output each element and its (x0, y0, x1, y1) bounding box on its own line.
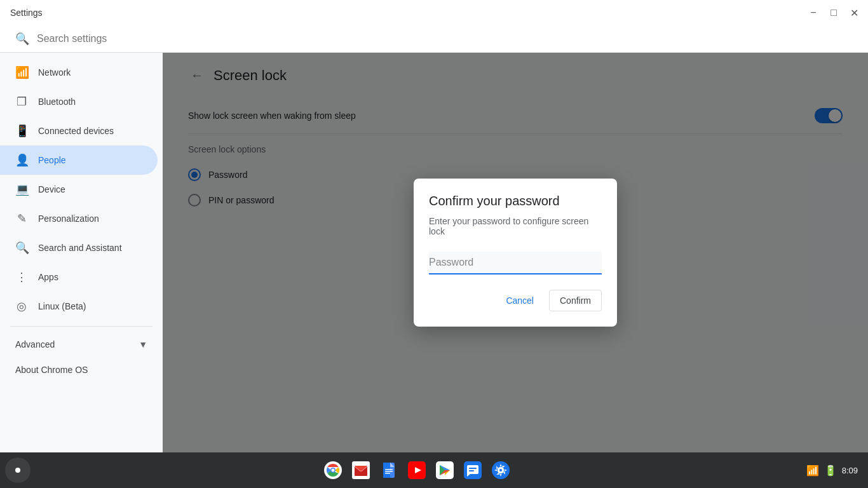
svg-rect-9 (385, 473, 390, 474)
taskbar-messages-app[interactable] (460, 458, 485, 483)
svg-rect-5 (383, 463, 390, 478)
minimize-button[interactable]: − (804, 4, 822, 22)
taskbar: 📶 🔋 8:09 (0, 452, 868, 488)
svg-rect-18 (469, 468, 477, 469)
sidebar-item-device[interactable]: 💻 Device (0, 175, 158, 204)
edit-icon: ✎ (15, 212, 28, 226)
sidebar-item-about[interactable]: About Chrome OS (0, 357, 163, 383)
sidebar-item-search-assistant[interactable]: 🔍 Search and Assistant (0, 233, 158, 262)
sidebar-label-about: About Chrome OS (15, 365, 88, 375)
svg-point-23 (499, 469, 502, 471)
confirm-button[interactable]: Confirm (549, 290, 602, 311)
search-nav-icon: 🔍 (15, 241, 28, 255)
apps-icon: ⋮ (15, 270, 28, 284)
sidebar-label-network: Network (38, 67, 71, 78)
dialog-overlay: Confirm your password Enter your passwor… (163, 53, 868, 452)
bluetooth-icon: ❐ (15, 95, 28, 109)
close-button[interactable]: ✕ (845, 4, 863, 22)
taskbar-docs-app[interactable] (376, 458, 402, 483)
taskbar-status: 📶 🔋 8:09 (801, 464, 863, 477)
sidebar: 📶 Network ❐ Bluetooth 📱 Connected device… (0, 53, 163, 452)
main-panel: ← Screen lock Show lock screen when waki… (163, 53, 868, 452)
sidebar-label-advanced: Advanced (15, 339, 55, 349)
sidebar-item-apps[interactable]: ⋮ Apps (0, 262, 158, 292)
sidebar-item-personalization[interactable]: ✎ Personalization (0, 204, 158, 233)
sidebar-label-apps: Apps (38, 272, 58, 282)
search-icon: 🔍 (15, 32, 29, 46)
svg-point-2 (332, 469, 335, 472)
titlebar-controls: − □ ✕ (804, 4, 863, 22)
content-area: 📶 Network ❐ Bluetooth 📱 Connected device… (0, 53, 868, 452)
svg-rect-7 (385, 469, 393, 470)
taskbar-apps (33, 458, 801, 483)
settings-icon (492, 461, 510, 479)
phone-icon: 📱 (15, 124, 28, 138)
sidebar-item-network[interactable]: 📶 Network (0, 58, 158, 87)
sidebar-divider (10, 326, 153, 327)
gmail-icon (352, 461, 370, 479)
search-input[interactable] (37, 33, 853, 44)
taskbar-youtube-app[interactable] (404, 458, 430, 483)
taskbar-settings-app[interactable] (488, 458, 513, 483)
titlebar-title: Settings (10, 8, 43, 18)
dialog-description: Enter your password to configure screen … (429, 216, 602, 236)
titlebar: Settings − □ ✕ (0, 0, 868, 25)
sidebar-label-bluetooth: Bluetooth (38, 97, 76, 107)
sidebar-item-advanced[interactable]: Advanced ▼ (0, 332, 163, 357)
password-input[interactable] (429, 252, 602, 274)
maximize-button[interactable]: □ (825, 4, 843, 22)
taskbar-time: 8:09 (842, 466, 858, 475)
messages-icon (464, 461, 482, 479)
play-store-icon (436, 461, 454, 479)
linux-icon: ◎ (15, 299, 28, 313)
laptop-icon: 💻 (15, 182, 28, 196)
sidebar-label-connected-devices: Connected devices (38, 126, 114, 136)
taskbar-battery-icon: 🔋 (824, 464, 837, 477)
taskbar-play-app[interactable] (432, 458, 458, 483)
confirm-password-dialog: Confirm your password Enter your passwor… (414, 179, 617, 327)
taskbar-gmail-app[interactable] (348, 458, 374, 483)
taskbar-chrome-app[interactable] (320, 458, 346, 483)
dialog-title: Confirm your password (429, 194, 602, 208)
launcher-icon (15, 468, 20, 473)
sidebar-item-bluetooth[interactable]: ❐ Bluetooth (0, 87, 158, 116)
chevron-down-icon: ▼ (139, 339, 147, 349)
taskbar-wifi-icon: 📶 (806, 464, 819, 477)
search-bar: 🔍 (0, 25, 868, 53)
docs-icon (380, 461, 398, 479)
sidebar-label-linux: Linux (Beta) (38, 301, 86, 311)
sidebar-label-personalization: Personalization (38, 214, 99, 224)
youtube-icon (408, 461, 426, 479)
settings-window: 🔍 📶 Network ❐ Bluetooth 📱 Connected devi… (0, 25, 868, 452)
sidebar-item-connected-devices[interactable]: 📱 Connected devices (0, 116, 158, 146)
svg-rect-8 (385, 471, 393, 472)
launcher-button[interactable] (5, 458, 31, 483)
dialog-actions: Cancel Confirm (429, 290, 602, 311)
sidebar-item-people[interactable]: 👤 People (0, 146, 158, 175)
svg-rect-19 (469, 470, 474, 471)
sidebar-label-people: People (38, 155, 66, 165)
person-icon: 👤 (15, 153, 28, 167)
sidebar-label-device: Device (38, 184, 65, 194)
sidebar-label-search: Search and Assistant (38, 243, 122, 253)
chrome-icon (324, 461, 342, 479)
wifi-icon: 📶 (15, 65, 28, 79)
sidebar-item-linux[interactable]: ◎ Linux (Beta) (0, 292, 158, 321)
cancel-button[interactable]: Cancel (496, 290, 544, 311)
